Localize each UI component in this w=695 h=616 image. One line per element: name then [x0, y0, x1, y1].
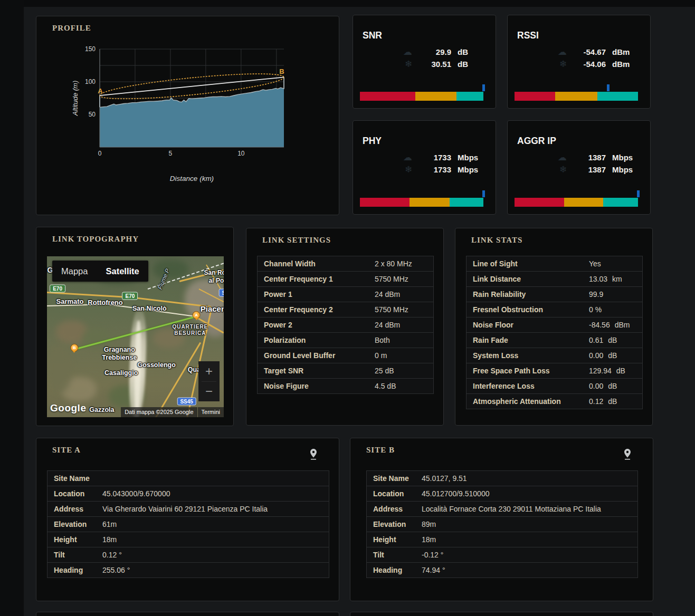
row-value: 0 m — [375, 351, 387, 360]
table-row: Elevation61m — [47, 516, 329, 532]
rain-cloud-icon: ☁ — [558, 153, 567, 162]
row-value: 129.94 — [589, 367, 612, 375]
table-row: Power 224 dBm — [257, 317, 434, 333]
row-value: 18m — [422, 535, 436, 544]
table-row: Center Frequency 15750 MHz — [257, 271, 434, 287]
metric-unit: Mbps — [612, 153, 634, 162]
map-town-label: San Ro — [204, 269, 224, 276]
link-stats-panel: LINK STATS Line of SightYesLink Distance… — [455, 228, 653, 426]
row-unit: dB — [608, 336, 617, 344]
row-label: Free Space Path Loss — [473, 367, 550, 375]
table-row: Power 124 dBm — [257, 286, 434, 302]
row-label: Interference Loss — [473, 382, 535, 390]
y-tick-label: 150 — [85, 45, 96, 53]
metric-row: ☁ 1387 Mbps — [515, 151, 634, 163]
table-row: Link Distance13.03km — [466, 271, 643, 287]
gauge-marker — [637, 190, 640, 197]
row-label: Address — [54, 505, 83, 513]
panel-title: LINK STATS — [471, 236, 522, 245]
road-badge: SS45 — [177, 397, 196, 405]
row-unit: km — [612, 275, 622, 283]
row-value: Località Fornace Corta 230 29011 Mottazi… — [422, 505, 601, 513]
table-row: Target SNR25 dB — [257, 363, 434, 379]
table-row: PolarizationBoth — [257, 332, 434, 348]
gauge-segment — [564, 198, 604, 207]
map-view-button[interactable]: Mappa — [52, 266, 97, 276]
map-data-credit: Dati mappa ©2025 Google — [121, 407, 197, 417]
zoom-out-button[interactable]: − — [198, 382, 220, 402]
aggr-ip-panel: AGGR IP ☁ 1387 Mbps ❄ 1387 Mbps — [507, 120, 651, 215]
zoom-in-button[interactable]: + — [198, 361, 220, 381]
row-label: Center Frequency 1 — [264, 275, 333, 283]
row-value: 61m — [102, 520, 117, 528]
pin-drop-icon[interactable] — [309, 449, 318, 462]
table-row: Interference Loss0.00dB — [466, 378, 643, 394]
gauge-segment — [415, 92, 456, 101]
row-value: 99.9 — [589, 290, 603, 299]
map-town-label: Trebbiense — [102, 354, 137, 361]
row-value: 5750 MHz — [375, 305, 408, 314]
row-label: Site Name — [373, 474, 409, 483]
row-label: Power 1 — [264, 290, 292, 299]
terms-link[interactable]: Termini — [198, 407, 224, 417]
satellite-view-button[interactable]: Satellite — [97, 266, 148, 276]
partial-panel — [36, 612, 339, 616]
table-row: Ground Level Buffer0 m — [257, 348, 434, 363]
map-town-label: Sarmato — [56, 297, 84, 305]
profile-chart: AB501001500510Altitude (m)Distance (km) — [36, 16, 340, 216]
row-label: Tilt — [54, 551, 65, 559]
map-zoom-control: + − — [198, 361, 220, 401]
table-row: Height18m — [366, 532, 638, 547]
row-unit: dB — [608, 382, 617, 390]
row-value: 74.94 ° — [422, 566, 445, 574]
gauge-segment — [555, 92, 597, 101]
gauge-bar — [360, 198, 483, 207]
google-logo[interactable]: Google — [50, 402, 86, 414]
row-label: System Loss — [473, 351, 518, 360]
row-value: 0.00 — [589, 351, 603, 360]
metric-row: ❄ -54.06 dBm — [515, 58, 634, 70]
table-row: Location45.043000/9.670000 — [47, 486, 329, 502]
site-b-panel: SITE B Site Name45.0127, 9.51Location45.… — [350, 438, 653, 601]
metric-value: 1387 — [575, 165, 606, 174]
table-row: Rain Fade0.61dB — [466, 332, 643, 348]
map-terrain-patch — [47, 345, 72, 393]
road-badge: S — [219, 288, 224, 296]
table-row: Heading255.06 ° — [47, 562, 329, 578]
row-value: 2 x 80 MHz — [375, 259, 412, 268]
row-value: 13.03 — [589, 275, 607, 283]
metric-unit: Mbps — [612, 165, 634, 174]
dashboard: PROFILE AB501001500510Altitude (m)Distan… — [0, 0, 695, 616]
metric-row: ☁ -54.67 dBm — [515, 46, 634, 57]
map-town-label: San Nicolò — [132, 305, 167, 312]
row-label: Height — [373, 535, 396, 544]
top-bar — [24, 0, 695, 7]
metric-row: ❄ 1733 Mbps — [360, 163, 480, 175]
y-tick-label: 100 — [85, 78, 96, 85]
site-marker-a[interactable]: A — [193, 311, 201, 319]
row-label: Elevation — [54, 520, 87, 528]
table-row: Fresnel Obstruction0 % — [466, 302, 643, 317]
row-label: Link Distance — [473, 275, 521, 283]
metric-unit: dB — [458, 47, 480, 56]
gauge-bar — [515, 92, 638, 101]
table-row: Center Frequency 25750 MHz — [257, 302, 434, 317]
table-row: Height18m — [47, 532, 329, 547]
map-type-control: Mappa Satellite — [52, 261, 148, 282]
metric-value: 29.9 — [421, 47, 451, 56]
metric-unit: dB — [458, 60, 480, 69]
row-value: Both — [375, 336, 390, 344]
row-value: 0.12 — [589, 397, 603, 406]
metric-value: 1733 — [421, 165, 451, 174]
gauge-segment — [603, 198, 638, 207]
table-row: System Loss0.00dB — [466, 348, 643, 363]
table-row: Atmospheric Attenuation0.12dB — [466, 393, 643, 409]
map[interactable]: Mappa Satellite + − Google Dati mappa ©2… — [47, 256, 224, 417]
pin-drop-icon[interactable] — [623, 449, 632, 462]
gauge-segment — [410, 198, 450, 207]
table-row: Heading74.94 ° — [366, 562, 638, 578]
x-tick-label: 0 — [98, 150, 102, 157]
metric-title: AGGR IP — [517, 136, 556, 147]
site-marker-b[interactable]: B — [70, 344, 78, 352]
table-row: Channel Width2 x 80 MHz — [257, 256, 434, 272]
